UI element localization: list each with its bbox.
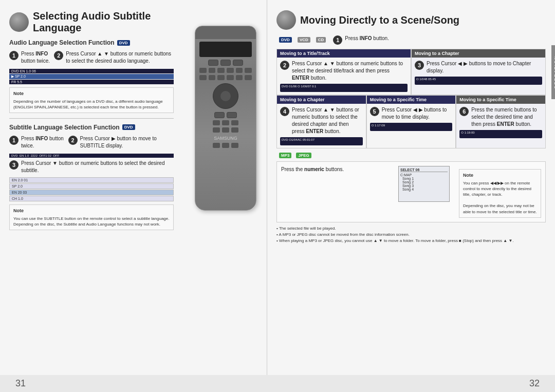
step2-text: Press Cursor ▲ ▼ buttons or numeric butt…	[292, 60, 408, 82]
badge-dvd: DVD	[279, 37, 292, 43]
sub-row-3: EN 20 03	[9, 190, 174, 195]
left-page-title: Selecting Audio Subtitle Language	[33, 10, 174, 34]
remote-dpad-center	[220, 91, 231, 101]
remote-btn-sm-19	[213, 143, 220, 148]
subtitle-note: Note You can use the SUBTITLE button on …	[9, 204, 174, 230]
remote-image: SAMSUNG	[195, 26, 256, 211]
bullet-2: A MP3 or JPEG disc cannot be moved from …	[276, 232, 546, 238]
remote-row-6	[199, 127, 252, 133]
mp3-step-text: Press the numeric buttons.	[281, 166, 344, 173]
sub-row-1: EN 2.0 01	[9, 177, 174, 183]
display-time-2: O 1:19:00	[459, 130, 542, 138]
audio-function-label: Audio Language Selection Function DVD	[9, 39, 174, 46]
remote-btn-2	[220, 60, 231, 66]
mp3-screen-area: SELECT 06 C:MAP Song 1 Song 2 Song 3 Son…	[398, 166, 450, 202]
remote-btn-sm-18	[231, 127, 238, 133]
remote-btn-sm-15	[231, 120, 238, 125]
subtitle-step2-text: Press Cursor ▶ button to move to SUBTITL…	[80, 135, 174, 150]
section-icon-right	[276, 10, 296, 30]
remote-btn-sm-16	[213, 127, 220, 133]
bullet-list: The selected file will be played. A MP3 …	[276, 226, 546, 244]
subtitle-display-bottom: EN 2.0 01 SP 2.0 EN 20 03 CH 1.0	[9, 177, 174, 201]
subtitle-steps-12: 1 Press INFO button twice. 2 Press Curso…	[9, 135, 174, 150]
subtitle-badge: DVD	[122, 124, 135, 130]
step3-text: Press Cursor ◀ ▶ buttons to move to Chap…	[427, 60, 542, 74]
mp3-badges-row: MP3 JPEG	[276, 153, 546, 158]
samsung-logo: SAMSUNG	[195, 136, 256, 141]
subtitle-function-label: Subtitle Language Selection Function DVD	[9, 124, 174, 131]
grid-row-1: Moving to a Title/Track 2 Press Cursor ▲…	[276, 49, 546, 95]
remote-btn-sm-10	[227, 75, 234, 80]
operation-tab-container: OPERATION	[551, 49, 555, 95]
remote-btn-sm-4	[227, 68, 234, 73]
bullet-3: When playing a MP3 or JPEG disc, you can…	[276, 238, 546, 244]
sub-row-2: SP 2.0	[9, 183, 174, 189]
cell-header-title-track: Moving to a Title/Track	[277, 49, 411, 58]
remote-btn-sm-14	[222, 120, 229, 125]
remote-row-2	[199, 68, 252, 73]
badge-jpeg: JPEG	[296, 153, 311, 158]
remote-btn-sm-9	[217, 75, 225, 80]
remote-row-5	[199, 120, 252, 125]
mp3-step: Press the numeric buttons.	[281, 166, 393, 173]
page-footer: 31 32	[0, 375, 555, 392]
mp3-screen: SELECT 06 C:MAP Song 1 Song 2 Song 3 Son…	[398, 166, 450, 202]
bottom-bullets: The selected file will be played. A MP3 …	[276, 226, 546, 244]
remote-btn-5	[227, 112, 237, 118]
display-time-1: O 1:17:09	[370, 123, 453, 131]
subtitle-lang-top: DVD EN 1.0 2222 OFF1 02 OFF	[9, 154, 174, 158]
left-content: Selecting Audio Subtitle Language Audio …	[9, 10, 174, 230]
note-right: Note You can press ◀◀/▶▶ on the remote c…	[459, 169, 541, 218]
subtitle-note-text: You can use the SUBTITLE button on the r…	[13, 216, 170, 227]
cell-header-chapter-1: Moving to a Chapter	[412, 49, 545, 58]
audio-step1-text: Press INFO button twice.	[21, 50, 50, 65]
cell-chapter-2: Moving to a Chapter 4 Press Cursor ▲ ▼ b…	[276, 95, 366, 148]
mp3-screen-content: C:MAP Song 1 Song 2 Song 3 Song 4	[400, 173, 448, 191]
audio-display: DVD EN 1.0 06 ▶ SP 2.0 FR 5.5	[9, 69, 174, 84]
right-step-1: 1 Press INFO button.	[333, 35, 389, 45]
right-page: Moving Directly to a Scene/Song DVD VCD …	[267, 0, 555, 375]
step4-text: Press Cursor ▲ ▼ buttons or numeric butt…	[292, 106, 363, 135]
grid-row-2: Moving to a Chapter 4 Press Cursor ▲ ▼ b…	[276, 95, 546, 148]
remote-dpad	[213, 83, 238, 109]
top-row: DVD VCD CD 1 Press INFO button.	[276, 35, 546, 45]
display-title-track: DVD 01/06 O 1/06/07 0:1	[280, 84, 408, 92]
remote-btn-4	[214, 112, 225, 118]
remote-btn-sm-21	[231, 143, 238, 148]
audio-lang-row-3: FR 5.5	[9, 80, 174, 84]
subtitle-step-3: 3 Press Cursor ▼ button or numeric butto…	[9, 160, 174, 174]
remote-btn-sm-5	[236, 68, 243, 73]
mp3-section: Press the numeric buttons. SELECT 06 C:M…	[276, 161, 546, 222]
badge-mp3: MP3	[279, 153, 291, 158]
remote-control: SAMSUNG	[195, 26, 262, 211]
audio-step2-text: Press Cursor ▲ ▼ buttons or numeric butt…	[66, 50, 174, 65]
remote-btn-sm-2	[209, 68, 216, 73]
right-step1-text: Press INFO button.	[345, 35, 389, 42]
step-5: 5 Press Cursor ◀ ▶ buttons to move to ti…	[370, 106, 453, 121]
section-icon-left	[9, 12, 29, 32]
step-6: 6 Press the numeric buttons to select th…	[459, 106, 542, 128]
step-3: 3 Press Cursor ◀ ▶ buttons to move to Ch…	[415, 60, 542, 74]
page-number-right: 32	[529, 378, 540, 389]
remote-row-4	[199, 112, 252, 118]
badge-cd: CD	[316, 37, 326, 43]
audio-note: Note Depending on the number of language…	[9, 87, 174, 113]
remote-row-3	[199, 75, 252, 80]
cell-chapter-1: Moving to a Chapter 3 Press Cursor ◀ ▶ b…	[411, 49, 546, 95]
sub-row-4: CH 1.0	[9, 196, 174, 201]
operation-tab: OPERATION	[551, 45, 555, 99]
remote-btn-sm-11	[236, 75, 243, 80]
subtitle-step-2: 2 Press Cursor ▶ button to move to SUBTI…	[68, 135, 174, 150]
remote-btn-sm-7	[199, 75, 207, 80]
cell-title-track: Moving to a Title/Track 2 Press Cursor ▲…	[276, 49, 411, 95]
cell-header-time-2: Moving to a Specific Time	[456, 96, 545, 104]
display-chapter-1: O 1/048 05:45	[415, 77, 542, 85]
audio-lang-row-2: ▶ SP 2.0	[9, 74, 174, 79]
remote-dpad-circle	[213, 83, 238, 109]
step-2: 2 Press Cursor ▲ ▼ buttons or numeric bu…	[280, 60, 408, 82]
note-right-text: You can press ◀◀/▶▶ on the remote contro…	[463, 180, 537, 215]
audio-note-text: Depending on the number of languages on …	[13, 99, 170, 110]
section-header-left: Selecting Audio Subtitle Language	[9, 10, 174, 34]
cell-header-chapter-2: Moving to a Chapter	[277, 96, 366, 104]
subtitle-step1-text: Press INFO button twice.	[21, 135, 64, 150]
